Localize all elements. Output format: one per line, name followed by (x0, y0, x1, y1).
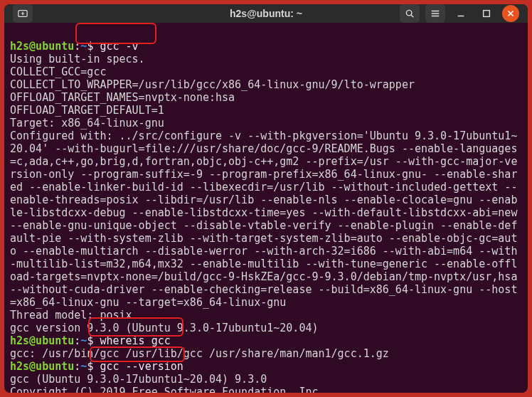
prompt-colon: : (74, 334, 80, 347)
output-line: Using built-in specs. (10, 53, 145, 65)
output-line: OFFLOAD_TARGET_NAMES=nvptx-none:hsa (10, 91, 235, 104)
cmd-gcc-v: gcc -v (100, 40, 138, 53)
output-line: gcc (Ubuntu 9.3.0-17ubuntu1~20.04) 9.3.0 (10, 373, 267, 386)
new-tab-icon (18, 9, 28, 18)
terminal-window: h2s@ubuntu: ~ (4, 4, 528, 393)
minimize-icon (456, 9, 466, 18)
close-icon (506, 9, 516, 18)
output-line: OFFLOAD_TARGET_DEFAULT=1 (10, 104, 164, 117)
prompt-user: h2s@ubuntu (10, 334, 74, 347)
prompt-user: h2s@ubuntu (10, 360, 74, 373)
output-line: COLLECT_LTO_WRAPPER=/usr/lib/gcc/x86_64-… (10, 78, 415, 91)
svg-point-3 (406, 10, 412, 16)
svg-line-4 (411, 15, 413, 17)
cmd-whereis: whereis gcc (100, 334, 170, 347)
prompt-sigil: $ (87, 360, 100, 373)
output-line: Copyright (C) 2019 Free Software Foundat… (10, 386, 325, 393)
menu-button[interactable] (425, 4, 445, 23)
prompt-user: h2s@ubuntu (10, 40, 74, 53)
output-line: Configured with: ../src/configure -v --w… (10, 129, 523, 309)
search-icon (405, 9, 415, 18)
titlebar: h2s@ubuntu: ~ (4, 4, 528, 23)
close-button[interactable] (502, 5, 519, 22)
new-tab-button[interactable] (13, 4, 33, 23)
minimize-button[interactable] (451, 4, 471, 23)
search-button[interactable] (400, 4, 420, 23)
svg-rect-9 (484, 11, 490, 17)
output-line: COLLECT_GCC=gcc (10, 65, 106, 78)
cmd-gcc-version: gcc --version (100, 360, 183, 373)
prompt-colon: : (74, 360, 80, 373)
prompt-sigil: $ (87, 40, 100, 53)
terminal-body[interactable]: h2s@ubuntu:~$ gcc -v Using built-in spec… (4, 23, 528, 393)
output-line: gcc version 9.3.0 (Ubuntu 9.3.0-17ubuntu… (10, 322, 318, 334)
output-line: Thread model: posix (10, 309, 132, 322)
output-line: Target: x86_64-linux-gnu (10, 117, 164, 129)
prompt-colon: : (74, 40, 80, 53)
output-line: gcc: /usr/bin/gcc /usr/lib/gcc /usr/shar… (10, 347, 389, 360)
prompt-sigil: $ (87, 334, 100, 347)
maximize-icon (482, 9, 491, 18)
maximize-button[interactable] (477, 4, 496, 23)
hamburger-icon (430, 9, 440, 18)
